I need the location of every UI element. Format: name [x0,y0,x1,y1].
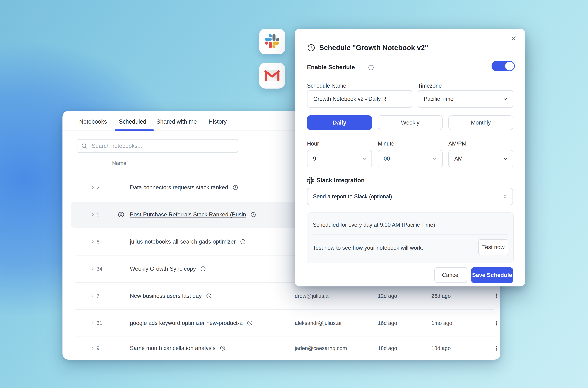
schedule-name-label: Schedule Name [307,83,346,89]
notebook-name[interactable]: Same month cancellation analysis [130,337,226,360]
schedule-summary-text: Scheduled for every day at 9:00 AM (Paci… [313,222,435,228]
created-time: 18d ago [431,337,451,360]
eye-icon[interactable] [118,201,125,228]
enable-schedule-label: Enable Schedule [307,64,355,71]
version-count: 31 [96,309,102,337]
cancel-button[interactable]: Cancel [434,267,467,283]
hour-select[interactable]: 9 [307,150,372,168]
notebook-name[interactable]: Data connectors requests stack ranked [130,174,238,201]
notebook-name[interactable]: New business users last day [130,282,212,309]
row-menu-icon[interactable] [493,309,500,337]
version-count: 7 [96,282,99,309]
expand-chevron-icon[interactable] [90,228,95,255]
clock-icon [233,185,238,190]
search-icon [81,143,87,149]
minute-label: Minute [378,141,394,147]
notebook-name[interactable]: Post-Purchase Referrals Stack Ranked (Bu… [130,201,256,228]
tab-notebooks[interactable]: Notebooks [79,118,107,125]
version-count: 2 [96,174,99,201]
schedule-modal: Schedule "Growth Notebook v2" Enable Sch… [295,29,525,287]
expand-chevron-icon[interactable] [90,282,95,309]
timezone-label: Timezone [418,83,442,89]
notebook-name[interactable]: google ads keyword optimizer new-product… [130,309,253,337]
tab-history[interactable]: History [209,118,227,125]
column-header-name[interactable]: Name [112,160,126,166]
frequency-monthly-button[interactable]: Monthly [448,115,513,130]
expand-chevron-icon[interactable] [90,201,95,228]
expand-chevron-icon[interactable] [90,255,95,282]
active-tab-underline [115,129,154,131]
expand-chevron-icon[interactable] [90,309,95,337]
clock-icon [307,44,315,52]
modal-title: Schedule "Growth Notebook v2" [319,43,428,52]
version-count: 34 [96,255,102,282]
owner-email: jaden@caesarhq.com [295,337,347,360]
chevron-down-icon [502,96,508,102]
slack-integration-header: Slack Integration [316,177,365,184]
close-icon[interactable] [510,34,518,43]
test-now-button[interactable]: Test now [478,239,508,255]
schedule-name-input[interactable] [313,96,407,102]
info-icon[interactable] [368,65,374,71]
created-time: 1mo ago [431,309,452,337]
clock-icon [220,345,226,351]
clock-icon [200,266,206,272]
last-run-time: 16d ago [378,309,397,337]
slack-icon [307,177,314,184]
chevron-down-icon [361,156,367,161]
version-count: 6 [96,228,99,255]
chevron-down-icon [432,156,438,161]
tab-scheduled[interactable]: Scheduled [119,118,146,125]
last-run-time: 18d ago [378,337,397,360]
slack-icon [265,34,279,49]
gmail-app-card[interactable] [259,63,285,89]
schedule-summary-box: Scheduled for every day at 9:00 AM (Paci… [307,213,514,263]
search-input[interactable] [92,143,238,149]
enable-schedule-toggle[interactable] [492,61,515,71]
owner-email: aleksandr@julius.ai [295,309,341,337]
hour-label: Hour [307,141,319,147]
clock-icon [250,212,256,218]
gmail-icon [264,70,280,82]
row-menu-icon[interactable] [493,337,500,360]
timezone-select[interactable]: Pacific Time [418,90,513,108]
summary-divider [313,234,508,235]
version-count: 1 [96,201,99,228]
expand-chevron-icon[interactable] [90,337,95,360]
tab-shared-with-me[interactable]: Shared with me [156,118,197,125]
notebook-name[interactable]: Weekly Growth Sync copy [130,255,206,282]
toggle-knob [505,62,514,71]
frequency-weekly-button[interactable]: Weekly [378,115,443,130]
version-count: 9 [96,337,99,360]
clock-icon [247,320,253,326]
expand-chevron-icon[interactable] [90,174,95,201]
clock-icon [240,239,246,245]
test-now-hint-text: Test now to see how your notebook will w… [313,245,423,251]
schedule-name-field[interactable] [307,90,412,108]
chevron-down-icon [503,156,508,161]
slack-app-card[interactable] [259,29,285,54]
ampm-label: AM/PM [448,141,467,147]
frequency-daily-button[interactable]: Daily [307,115,372,130]
search-box[interactable] [77,139,238,153]
save-schedule-button[interactable]: Save Schedule [471,267,513,283]
clock-icon [206,293,212,299]
notebook-name[interactable]: julius-notebooks-all-search gads optimiz… [130,228,246,255]
ampm-select[interactable]: AM [448,150,513,168]
table-row[interactable]: 9 Same month cancellation analysis jaden… [63,337,500,360]
table-row[interactable]: 31 google ads keyword optimizer new-prod… [63,309,500,337]
slack-report-select[interactable]: Send a report to Slack (optional) [307,188,513,205]
chevron-up-down-icon [503,194,508,199]
minute-select[interactable]: 00 [378,150,443,168]
